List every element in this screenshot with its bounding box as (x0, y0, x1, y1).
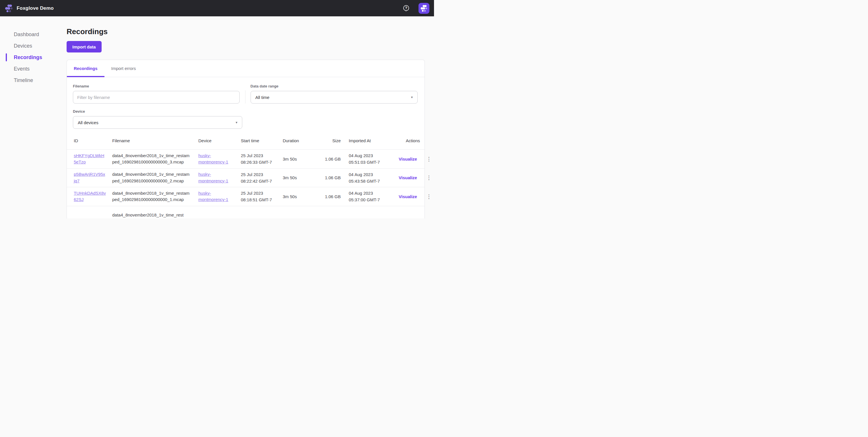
device-link[interactable]: husky-montmorency-1 (198, 190, 235, 203)
tab-recordings[interactable]: Recordings (67, 60, 104, 77)
col-header-size: Size (318, 138, 341, 143)
table-row: TUHnkDAdSX8v62SJ data4_8november2018_1v_… (67, 187, 425, 206)
app-title: Foxglove Demo (17, 5, 54, 11)
recording-filename: data4_8november2018_1v_time_restamped_16… (112, 153, 190, 165)
kebab-menu-icon[interactable]: ⋮ (425, 174, 433, 181)
size: 1.06 GB (318, 175, 341, 180)
chevron-down-icon: ▾ (411, 95, 413, 99)
recording-id-link[interactable]: TUHnkDAdSX8v62SJ (74, 190, 106, 203)
recording-filename: data4_8november2018_1v_time_restamped_16… (112, 190, 190, 203)
help-button[interactable]: ? (402, 5, 410, 12)
visualize-link[interactable]: Visualize (399, 194, 417, 199)
sidebar-item-label: Events (14, 66, 30, 72)
filter-divider (245, 90, 245, 103)
device-link[interactable]: husky-montmorency-1 (198, 153, 235, 165)
recordings-card: Recordings Import errors Filename Data d… (67, 60, 425, 218)
device-select[interactable]: All devices ▾ (73, 116, 242, 129)
duration: 3m 50s (283, 175, 318, 180)
sidebar-item-events[interactable]: Events (0, 63, 67, 74)
recording-id-link[interactable]: p5BwArjR1V95xjq7 (74, 171, 106, 184)
visualize-link[interactable]: Visualize (399, 157, 417, 162)
device-link[interactable]: husky-montmorency-1 (198, 171, 235, 184)
duration: 3m 50s (283, 194, 318, 199)
kebab-menu-icon[interactable]: ⋮ (425, 156, 433, 162)
col-header-imported-at: Imported At (349, 138, 399, 143)
duration: 3m 50s (283, 157, 318, 162)
svg-text:?: ? (405, 6, 407, 10)
import-data-button[interactable]: Import data (67, 41, 102, 53)
col-header-filename: Filename (112, 138, 198, 143)
imported-at: 04 Aug 2023 05:37:00 GMT-7 (349, 190, 384, 203)
active-indicator-bar (6, 53, 7, 61)
start-time: 25 Jul 2023 08:18:51 GMT-7 (241, 190, 276, 203)
date-range-filter-label: Data date range (251, 84, 417, 88)
recording-filename: data4_8november2018_1v_time_restamped_16… (112, 171, 190, 184)
device-value: All devices (78, 120, 98, 125)
start-time: 25 Jul 2023 08:22:42 GMT-7 (241, 171, 276, 184)
sidebar-item-label: Dashboard (14, 32, 39, 38)
recording-filename: data4_8november2018_1v_time_rest (112, 212, 190, 218)
avatar[interactable] (418, 3, 429, 14)
size: 1.06 GB (318, 157, 341, 162)
page-title: Recordings (67, 27, 434, 36)
kebab-menu-icon[interactable]: ⋮ (425, 193, 433, 200)
size: 1.06 GB (318, 194, 341, 199)
date-range-select[interactable]: All time ▾ (251, 91, 417, 103)
col-header-id: ID (74, 138, 112, 143)
date-range-value: All time (255, 95, 270, 100)
filename-filter-label: Filename (73, 84, 240, 88)
sidebar-item-label: Devices (14, 43, 32, 49)
avatar-foxglove-icon (420, 5, 428, 12)
filename-filter-input[interactable] (73, 91, 240, 103)
filters-section: Filename Data date range All time ▾ (67, 77, 425, 132)
recordings-table: ID Filename Device Start time Duration S… (67, 132, 425, 218)
foxglove-logo-icon (5, 4, 13, 12)
col-header-start-time: Start time (241, 138, 283, 143)
imported-at: 04 Aug 2023 05:51:03 GMT-7 (349, 152, 384, 166)
sidebar-item-label: Recordings (14, 55, 42, 61)
help-question-icon: ? (402, 5, 410, 12)
table-row-partial: data4_8november2018_1v_time_rest (67, 206, 425, 219)
main-content: Recordings Import data Recordings Import… (67, 16, 434, 218)
sidebar-item-label: Timeline (14, 77, 33, 83)
imported-at: 04 Aug 2023 05:43:58 GMT-7 (349, 171, 384, 184)
table-header-row: ID Filename Device Start time Duration S… (67, 132, 425, 149)
chevron-down-icon: ▾ (236, 121, 237, 125)
tab-bar: Recordings Import errors (67, 60, 425, 77)
sidebar: Dashboard Devices Recordings Events Time… (0, 16, 67, 218)
sidebar-item-recordings[interactable]: Recordings (0, 52, 67, 63)
recording-id-link[interactable]: sHKFYgDLWkH5eTzo (74, 153, 106, 165)
sidebar-item-dashboard[interactable]: Dashboard (0, 29, 67, 40)
sidebar-item-timeline[interactable]: Timeline (0, 74, 67, 86)
visualize-link[interactable]: Visualize (399, 175, 417, 180)
table-row: sHKFYgDLWkH5eTzo data4_8november2018_1v_… (67, 149, 425, 168)
col-header-device: Device (198, 138, 241, 143)
sidebar-item-devices[interactable]: Devices (0, 40, 67, 52)
table-row: p5BwArjR1V95xjq7 data4_8november2018_1v_… (67, 168, 425, 187)
top-bar: Foxglove Demo ? (0, 0, 434, 16)
device-filter-label: Device (73, 109, 242, 113)
tab-import-errors[interactable]: Import errors (104, 60, 143, 77)
start-time: 25 Jul 2023 08:26:33 GMT-7 (241, 152, 276, 166)
col-header-actions: Actions (399, 138, 420, 143)
col-header-duration: Duration (283, 138, 318, 143)
